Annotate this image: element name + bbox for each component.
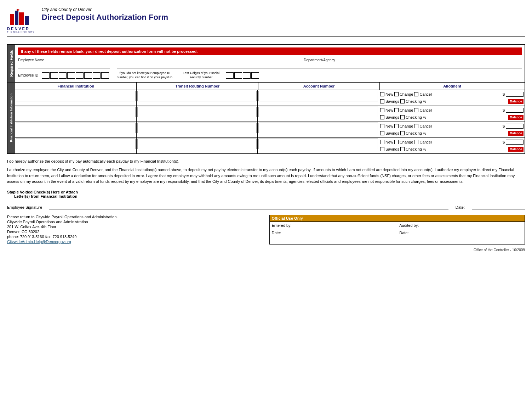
fi-institution-input-2[interactable] bbox=[16, 107, 136, 117]
dollar-input-2[interactable] bbox=[506, 108, 524, 113]
required-content: If any of these fields remain blank, you… bbox=[15, 45, 525, 82]
dollar-input-3[interactable] bbox=[506, 124, 524, 129]
return-line3: 201 W. Colfax Ave. 4th Floor bbox=[7, 225, 262, 229]
change-label-3: Change bbox=[400, 124, 413, 128]
svg-rect-2 bbox=[15, 11, 18, 25]
department-agency-field: Department/Agency bbox=[117, 58, 522, 68]
savings-checkbox-3[interactable] bbox=[380, 131, 384, 135]
new-checkbox-2[interactable] bbox=[380, 108, 384, 112]
email-link[interactable]: CitywideAdmin.Help@Denvergov.org bbox=[7, 240, 71, 244]
fi-routing-2 bbox=[137, 106, 258, 122]
return-email: CitywideAdmin.Help@Denvergov.org bbox=[7, 240, 262, 244]
date1-label: Date: bbox=[272, 231, 281, 235]
fi-account-input-2[interactable] bbox=[258, 107, 378, 117]
change-checkbox-4[interactable] bbox=[394, 140, 399, 144]
savings-checkbox-1[interactable] bbox=[380, 99, 384, 103]
allot-dollar-1: $ bbox=[503, 92, 524, 97]
balance-badge-4: Balance bbox=[508, 147, 524, 152]
ssn-box-3[interactable] bbox=[243, 72, 251, 79]
warning-bar: If any of these fields remain blank, you… bbox=[18, 47, 522, 55]
allot-checks-top-4: New Change Cancel bbox=[380, 140, 432, 144]
allot-checks-bottom-1: Savings Checking bbox=[380, 99, 422, 103]
checking-checkbox-3[interactable] bbox=[400, 131, 405, 135]
fi-routing-input-2[interactable] bbox=[137, 107, 257, 117]
savings-checkbox-4[interactable] bbox=[380, 147, 384, 151]
id-box-8[interactable] bbox=[101, 72, 109, 79]
required-side-label: Required Fields bbox=[7, 45, 15, 82]
audited-by-cell: Audited by: bbox=[399, 223, 522, 227]
authorization-para1: I do hereby authorize the deposit of my … bbox=[7, 159, 525, 163]
fi-account-input-4[interactable] bbox=[258, 139, 378, 149]
id-box-7[interactable] bbox=[93, 72, 101, 79]
checking-checkbox-4[interactable] bbox=[400, 147, 405, 151]
fi-institution-input-4[interactable] bbox=[16, 139, 136, 149]
change-checkbox-2[interactable] bbox=[394, 108, 399, 112]
fi-allotment-4: New Change Cancel $ bbox=[379, 138, 525, 153]
ssn-box-1[interactable] bbox=[226, 72, 234, 79]
id-box-5[interactable] bbox=[76, 72, 84, 79]
savings-checkbox-2[interactable] bbox=[380, 115, 384, 119]
fi-table: Financial Institution Transit Routing Nu… bbox=[15, 83, 525, 153]
new-checkbox-1[interactable] bbox=[380, 92, 384, 96]
fi-routing-input-3[interactable] bbox=[137, 123, 257, 133]
svg-rect-1 bbox=[10, 14, 14, 25]
department-agency-input[interactable] bbox=[117, 63, 522, 68]
fi-routing-input-1[interactable] bbox=[137, 91, 257, 101]
staple-section: Staple Voided Check(s) Here or Attach Le… bbox=[7, 190, 525, 198]
fi-row-3: New Change Cancel $ bbox=[15, 122, 525, 138]
id-box-4[interactable] bbox=[67, 72, 75, 79]
fi-institution-input-1[interactable] bbox=[16, 91, 136, 101]
department-agency-label: Department/Agency bbox=[117, 58, 522, 62]
new-checkbox-3[interactable] bbox=[380, 124, 384, 128]
employee-name-input[interactable] bbox=[18, 63, 110, 68]
fi-col4-header: Allotment bbox=[380, 83, 525, 90]
balance-badge-1: Balance bbox=[508, 99, 524, 104]
id-box-3[interactable] bbox=[59, 72, 67, 79]
allot-checks-bottom-2: Savings Checking bbox=[380, 115, 422, 119]
new-label-4: New bbox=[385, 140, 393, 144]
new-checkbox-4[interactable] bbox=[380, 140, 384, 144]
entered-audited-row: Entered by: Audited by: bbox=[270, 221, 525, 229]
change-label-1: Change bbox=[400, 92, 413, 96]
id-box-2[interactable] bbox=[50, 72, 58, 79]
sig-line[interactable] bbox=[49, 204, 448, 209]
dollar-input-4[interactable] bbox=[506, 140, 524, 145]
checking-checkbox-1[interactable] bbox=[400, 99, 405, 103]
cancel-checkbox-4[interactable] bbox=[414, 140, 418, 144]
fi-account-input-3[interactable] bbox=[258, 123, 378, 133]
cancel-checkbox-3[interactable] bbox=[414, 124, 418, 128]
cancel-checkbox-1[interactable] bbox=[414, 92, 418, 96]
employee-name-field: Employee Name bbox=[18, 58, 110, 68]
percent-sign-2: % bbox=[423, 116, 426, 119]
fi-account-input-1[interactable] bbox=[258, 91, 378, 101]
dollar-sign-4: $ bbox=[503, 140, 505, 144]
change-checkbox-1[interactable] bbox=[394, 92, 399, 96]
allot-dollar-3: $ bbox=[503, 124, 524, 129]
ssn-box-4[interactable] bbox=[251, 72, 259, 79]
cancel-checkbox-2[interactable] bbox=[414, 108, 418, 112]
logo: DENVER THE MILE HIGH CITY bbox=[7, 7, 35, 33]
checking-label-3: Checking bbox=[406, 131, 422, 135]
fi-institution-1 bbox=[15, 90, 137, 106]
city-county-text: City and County of Denver bbox=[42, 7, 168, 12]
official-use-header: Official Use Only bbox=[270, 215, 525, 221]
fi-institution-input-3[interactable] bbox=[16, 123, 136, 133]
req-row1: Employee Name Department/Agency bbox=[18, 58, 522, 68]
allot-top-2: New Change Cancel $ bbox=[380, 107, 524, 113]
return-line4: Denver, CO 80202 bbox=[7, 230, 262, 234]
denver-logo-icon bbox=[7, 7, 32, 27]
checking-checkbox-2[interactable] bbox=[400, 115, 405, 119]
dollar-input-1[interactable] bbox=[506, 92, 524, 97]
ssn-box-2[interactable] bbox=[234, 72, 242, 79]
id-box-1[interactable] bbox=[42, 72, 50, 79]
new-label-3: New bbox=[385, 124, 393, 128]
ssn-label-text: Last 4 digits of your social security nu… bbox=[180, 71, 222, 79]
employee-id-label: Employee ID bbox=[18, 73, 38, 77]
date-label: Date: bbox=[456, 205, 465, 209]
svg-rect-5 bbox=[17, 9, 17, 12]
id-box-6[interactable] bbox=[84, 72, 92, 79]
change-checkbox-3[interactable] bbox=[394, 124, 399, 128]
fi-routing-input-4[interactable] bbox=[137, 139, 257, 149]
date-line[interactable] bbox=[472, 204, 525, 209]
allot-bottom-2: Savings Checking % Balance bbox=[380, 114, 524, 120]
